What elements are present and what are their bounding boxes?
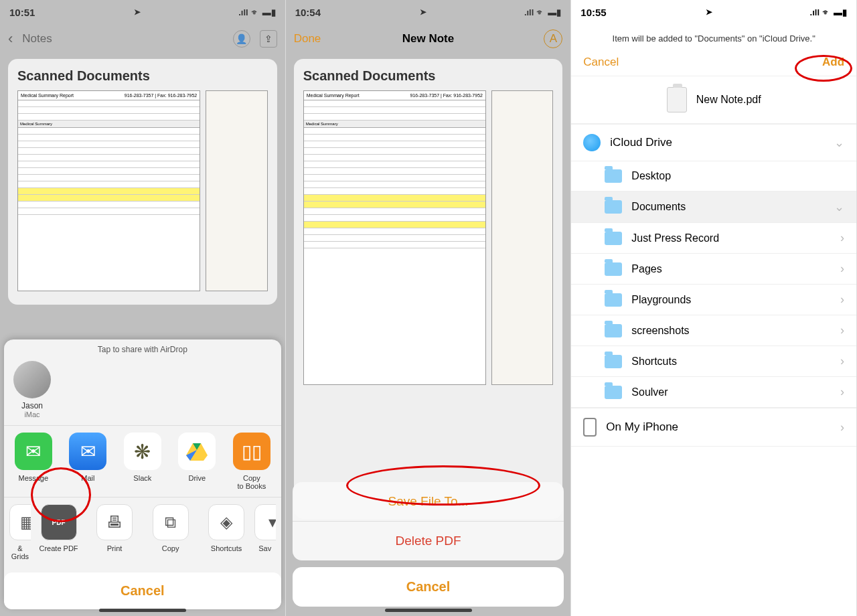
print-icon: 🖶 xyxy=(96,504,133,540)
action-print[interactable]: 🖶Print xyxy=(86,504,143,560)
add-button[interactable]: Add xyxy=(822,56,844,69)
wifi-icon: ᯤ xyxy=(822,7,831,17)
folder-icon xyxy=(605,293,622,307)
scanned-page-1: Medical Summary Report916-283-7357 | Fax… xyxy=(17,90,200,291)
share-sheet: Tap to share with AirDrop Jason iMac ✉︎M… xyxy=(4,339,281,609)
action-copy[interactable]: ⧉Copy xyxy=(143,504,199,560)
home-indicator[interactable] xyxy=(385,609,472,612)
location-icloud[interactable]: iCloud Drive ⌄ xyxy=(571,124,856,161)
markup-icon[interactable]: A xyxy=(544,29,562,48)
books-icon: ▯▯ xyxy=(233,433,270,470)
chevron-right-icon: › xyxy=(840,354,844,368)
chevron-down-icon: ⌄ xyxy=(834,200,844,214)
share-app-books[interactable]: ▯▯Copy to Books xyxy=(228,433,276,490)
location-on-my-iphone[interactable]: On My iPhone › xyxy=(571,408,856,447)
share-app-slack[interactable]: ❋Slack xyxy=(119,433,167,490)
folder-playgrounds[interactable]: Playgrounds› xyxy=(571,285,856,315)
chevron-down-icon: ⌄ xyxy=(834,135,844,150)
action-create-pdf[interactable]: PDFCreate PDF xyxy=(31,504,87,560)
scanned-page-2 xyxy=(491,90,553,385)
mail-icon: ✉ xyxy=(69,433,106,470)
chevron-right-icon: › xyxy=(840,323,844,337)
airdrop-contact[interactable]: Jason iMac xyxy=(13,361,51,418)
airdrop-caption: Tap to share with AirDrop xyxy=(4,339,281,357)
folder-icon xyxy=(605,355,622,368)
chevron-right-icon: › xyxy=(840,231,844,245)
note-title: Scanned Documents xyxy=(17,68,268,84)
signal-icon: .ıll xyxy=(524,7,534,17)
location-icon: ➤ xyxy=(706,7,712,17)
folder-icon xyxy=(605,200,622,214)
status-time: 10:54 xyxy=(295,7,321,18)
delete-pdf-button[interactable]: Delete PDF xyxy=(293,522,564,560)
battery-icon: ▬▮ xyxy=(548,7,561,17)
drive-icon xyxy=(178,433,216,470)
status-time: 10:51 xyxy=(9,7,35,18)
chevron-right-icon: › xyxy=(840,262,844,276)
action-shortcuts[interactable]: ◈Shortcuts xyxy=(198,504,254,560)
cancel-button[interactable]: Cancel xyxy=(293,567,564,607)
folder-just-press-record[interactable]: Just Press Record› xyxy=(571,223,856,254)
screenshot-3-files-picker: 10:55➤ .ıllᯤ▬▮ Item will be added to "Do… xyxy=(571,0,857,616)
battery-icon: ▬▮ xyxy=(262,7,276,17)
file-name: New Note.pdf xyxy=(696,94,761,106)
share-app-mail[interactable]: ✉Mail xyxy=(64,433,112,490)
signal-icon: .ıll xyxy=(810,7,820,17)
cancel-button[interactable]: Cancel xyxy=(583,56,619,69)
chevron-right-icon: › xyxy=(840,293,844,307)
folder-icon xyxy=(605,232,622,245)
action-grids[interactable]: ▦& Grids xyxy=(9,504,31,560)
cancel-button[interactable]: Cancel xyxy=(4,572,281,609)
note-content: Scanned Documents Medical Summary Report… xyxy=(294,59,563,519)
folder-soulver[interactable]: Soulver› xyxy=(571,377,856,408)
status-bar: 10:55➤ .ıllᯤ▬▮ xyxy=(571,0,856,24)
chevron-right-icon: › xyxy=(840,420,844,435)
scanned-page-2 xyxy=(206,90,267,291)
folder-shortcuts[interactable]: Shortcuts› xyxy=(571,346,856,377)
home-indicator[interactable] xyxy=(99,609,186,612)
copy-icon: ⧉ xyxy=(153,504,189,540)
wifi-icon: ᯤ xyxy=(251,7,260,17)
status-time: 10:55 xyxy=(580,7,606,18)
action-save[interactable]: ▾Sav xyxy=(254,504,276,560)
share-icon[interactable]: ⇪ xyxy=(260,30,277,48)
note-content: Scanned Documents Medical Summary Report… xyxy=(8,59,277,305)
share-app-message[interactable]: ✉︎Message xyxy=(9,433,58,490)
location-label: iCloud Drive xyxy=(610,136,672,149)
save-file-to-button[interactable]: Save File To... xyxy=(293,482,564,522)
avatar xyxy=(13,361,51,398)
icloud-icon xyxy=(583,134,601,151)
folder-desktop[interactable]: Desktop xyxy=(571,161,856,191)
person-add-icon[interactable]: 👤 xyxy=(233,30,250,48)
shortcuts-icon: ◈ xyxy=(208,504,244,540)
iphone-icon xyxy=(583,418,597,437)
folder-documents[interactable]: Documents⌄ xyxy=(571,191,856,223)
slack-icon: ❋ xyxy=(124,433,161,470)
folder-screenshots[interactable]: screenshots› xyxy=(571,315,856,346)
status-bar: 10:51➤ .ıllᯤ▬▮ xyxy=(0,0,285,24)
folder-icon xyxy=(605,324,622,337)
share-app-drive[interactable]: Drive xyxy=(173,433,222,490)
share-actions-row: ▦& Grids PDFCreate PDF 🖶Print ⧉Copy ◈Sho… xyxy=(4,497,281,567)
status-bar: 10:54➤ .ıllᯤ▬▮ xyxy=(286,0,571,24)
picker-nav: Cancel Add xyxy=(571,50,856,76)
signal-icon: .ıll xyxy=(238,7,248,17)
file-to-save: New Note.pdf xyxy=(571,76,856,124)
done-button[interactable]: Done xyxy=(294,32,321,46)
back-chevron-icon[interactable]: ‹ xyxy=(8,30,13,48)
screenshot-1-share-sheet: 10:51➤ .ıllᯤ▬▮ ‹ Notes 👤 ⇪ Scanned Docum… xyxy=(0,0,286,616)
folder-icon xyxy=(605,262,622,276)
share-apps-row: ✉︎Message ✉Mail ❋Slack Drive ▯▯Copy to B… xyxy=(4,425,281,497)
note-title: Scanned Documents xyxy=(303,68,554,84)
destination-info: Item will be added to "Documents" on "iC… xyxy=(571,24,856,50)
message-icon: ✉︎ xyxy=(15,433,52,470)
location-icon: ➤ xyxy=(134,7,141,17)
nav-bar: ‹ Notes 👤 ⇪ xyxy=(0,24,285,54)
folder-pages[interactable]: Pages› xyxy=(571,254,856,285)
battery-icon: ▬▮ xyxy=(834,7,847,17)
back-label[interactable]: Notes xyxy=(22,32,52,46)
nav-title: New Note xyxy=(402,32,454,46)
grid-icon: ▦ xyxy=(9,504,31,540)
save-icon: ▾ xyxy=(254,504,276,540)
folder-icon xyxy=(605,386,622,399)
